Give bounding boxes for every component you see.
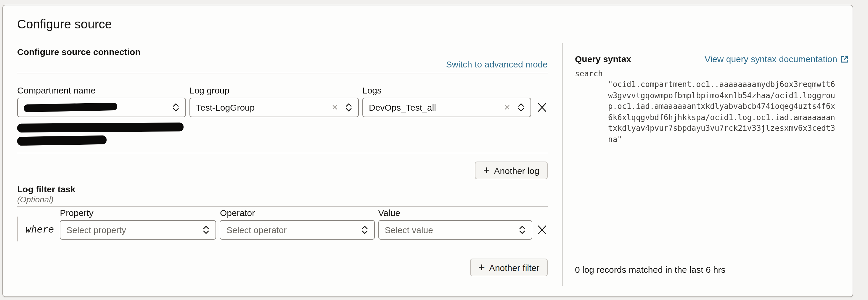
optional-label: (Optional) [17, 195, 548, 204]
value-select[interactable]: Select value [378, 220, 533, 240]
select-chevron-icon [519, 224, 526, 235]
another-log-button[interactable]: + Another log [475, 162, 548, 179]
operator-field-group: Operator Select operator [220, 208, 375, 240]
select-chevron-icon [361, 224, 368, 235]
switch-to-advanced-mode-link[interactable]: Switch to advanced mode [446, 59, 548, 69]
select-chevron-icon [172, 102, 179, 113]
logs-select[interactable]: DevOps_Test_all ✕ [362, 98, 531, 117]
operator-placeholder: Select operator [226, 225, 286, 235]
property-select[interactable]: Select property [60, 220, 216, 240]
divider [17, 153, 548, 153]
log-group-field-group: Log group Test-LogGroup ✕ [189, 85, 359, 117]
doc-link-label: View query syntax documentation [705, 54, 837, 64]
query-string: "ocid1.compartment.oc1..aaaaaaaamydbj6ox… [608, 79, 836, 145]
property-field-group: Property Select property [60, 208, 216, 240]
another-log-row: + Another log [17, 162, 548, 179]
search-keyword: search [575, 68, 848, 79]
where-keyword: where [26, 223, 54, 235]
clear-icon[interactable]: ✕ [332, 103, 338, 112]
select-chevron-icon [518, 102, 525, 113]
operator-select[interactable]: Select operator [220, 220, 375, 240]
plus-icon: + [483, 164, 490, 175]
logs-field-group: Logs DevOps_Test_all ✕ [362, 85, 531, 117]
property-label: Property [60, 208, 216, 218]
another-filter-row: + Another filter [17, 259, 548, 276]
clear-icon[interactable]: ✕ [504, 103, 510, 112]
log-filter-task-heading: Log filter task [17, 184, 548, 194]
divider [17, 206, 548, 206]
redacted-compartment-path-line1 [17, 123, 184, 133]
operator-label: Operator [220, 208, 375, 218]
remove-log-button[interactable] [536, 98, 548, 117]
query-syntax-header: Query syntax View query syntax documenta… [575, 54, 848, 64]
external-link-icon [840, 55, 848, 63]
where-rail: where [17, 216, 54, 241]
value-field-group: Value Select value [378, 208, 533, 240]
compartment-field-group: Compartment name [17, 85, 186, 117]
another-filter-label: Another filter [489, 262, 539, 272]
plus-icon: + [478, 261, 485, 272]
configure-source-card: Configure source Configure source connec… [2, 5, 853, 297]
advanced-mode-row: Switch to advanced mode [17, 59, 548, 70]
filter-task-row: where Property Select property [17, 208, 548, 240]
query-syntax-heading: Query syntax [575, 54, 631, 64]
query-code: search "ocid1.compartment.oc1..aaaaaaaam… [575, 68, 848, 145]
another-log-label: Another log [494, 165, 539, 175]
compartment-label: Compartment name [17, 85, 186, 96]
log-source-row: Compartment name Log group Test-Log [17, 85, 548, 117]
logs-label: Logs [362, 85, 531, 96]
select-chevron-icon [345, 102, 352, 113]
select-chevron-icon [203, 224, 210, 235]
log-group-select[interactable]: Test-LogGroup ✕ [189, 98, 359, 117]
log-group-label: Log group [189, 85, 359, 96]
query-syntax-panel: Query syntax View query syntax documenta… [562, 43, 852, 286]
logs-value: DevOps_Test_all [369, 102, 436, 112]
match-status: 0 log records matched in the last 6 hrs [575, 265, 725, 274]
value-label: Value [378, 208, 533, 218]
redacted-compartment-value [24, 103, 117, 112]
property-placeholder: Select property [66, 225, 126, 235]
log-group-value: Test-LogGroup [196, 102, 255, 112]
source-connection-panel: Configure source connection Switch to ad… [3, 43, 562, 286]
card-columns: Configure source connection Switch to ad… [3, 43, 852, 286]
view-query-syntax-documentation-link[interactable]: View query syntax documentation [705, 54, 848, 64]
value-placeholder: Select value [385, 225, 433, 235]
divider [17, 73, 548, 73]
redacted-compartment-path-line2 [17, 135, 106, 146]
compartment-name-select[interactable] [17, 98, 186, 117]
another-filter-button[interactable]: + Another filter [470, 259, 548, 276]
connection-heading: Configure source connection [17, 47, 548, 57]
remove-filter-button[interactable] [536, 220, 548, 240]
page-title: Configure source [17, 17, 112, 31]
